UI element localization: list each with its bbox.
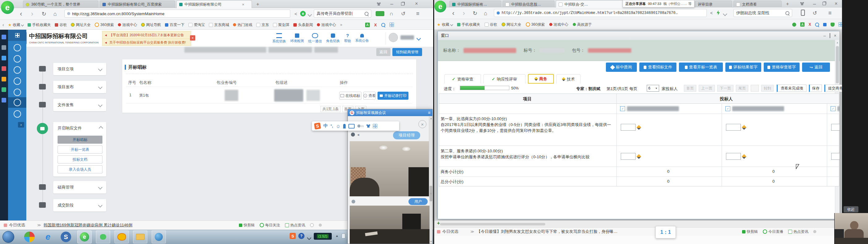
- browser-logo[interactable]: e: [434, 1, 446, 12]
- submenu-open-bid-list[interactable]: 开标一览表: [58, 146, 102, 154]
- bookmark-item[interactable]: 游戏中心: [549, 22, 568, 27]
- add-button[interactable]: +: [436, 220, 441, 226]
- score-input-r2-b1[interactable]: [621, 153, 641, 160]
- save-button[interactable]: 保存: [809, 85, 822, 92]
- site-info-icon[interactable]: [67, 12, 70, 15]
- tray-trash-icon[interactable]: [342, 234, 345, 238]
- print-record-button[interactable]: 开标记录打印: [377, 92, 408, 100]
- qualification-sign-button[interactable]: 资格审查签字: [764, 63, 800, 72]
- modal-titlebar[interactable]: 窗口 – ×: [438, 31, 840, 40]
- dock-icon[interactable]: [2, 56, 6, 60]
- scroll-up-icon[interactable]: ▲: [836, 41, 839, 44]
- emoji-icon[interactable]: ☺: [336, 124, 340, 129]
- sidebar-item-project-init[interactable]: 项目立项: [53, 63, 106, 75]
- tab-doc-view[interactable]: 文档查看: [734, 1, 782, 8]
- score-input-r1-b3[interactable]: [831, 124, 840, 131]
- tab-zhongzhao-info[interactable]: 中招联合信息股…: [502, 1, 555, 8]
- close-button[interactable]: ×: [413, 1, 420, 7]
- bookmark-item[interactable]: 头条新闻: [293, 22, 313, 28]
- back-icon[interactable]: ‹: [17, 9, 25, 18]
- tab-responsiveness-review[interactable]: ✓ 响应性评审: [483, 74, 525, 84]
- taskbar-item-wechat[interactable]: [96, 231, 110, 243]
- bookmark-item[interactable]: 百度一下: [165, 22, 184, 28]
- pager-goto[interactable]: 转到: [761, 85, 774, 92]
- taskbar-item-360browser-active[interactable]: e: [78, 231, 92, 243]
- nav-env-check[interactable]: 环境检测: [290, 33, 304, 43]
- bookmark-item[interactable]: 网址导航: [141, 22, 161, 28]
- taskbar-item-360[interactable]: [24, 232, 35, 242]
- bookmark-item[interactable]: 游戏中心: [118, 22, 137, 28]
- dock-icon[interactable]: [2, 66, 6, 71]
- refresh-icon[interactable]: ↻: [40, 9, 48, 18]
- browser-logo[interactable]: e: [1, 1, 14, 14]
- share-icon[interactable]: <: [709, 9, 714, 17]
- tab-cntc-active[interactable]: 中招国际招标有限公司 ×: [176, 0, 252, 8]
- minimize-button[interactable]: –: [811, 1, 818, 7]
- sidebar-expand-button[interactable]: ›: [18, 122, 24, 128]
- bookmark-item[interactable]: 谷歌: [485, 22, 497, 27]
- new-tab-button[interactable]: +: [784, 1, 791, 7]
- person-icon[interactable]: [351, 132, 355, 136]
- speaker-icon[interactable]: ◄: [356, 133, 360, 136]
- forward-icon[interactable]: ›: [28, 9, 36, 18]
- sidebar-stage-icon[interactable]: [13, 55, 21, 63]
- history-undo-icon[interactable]: ↺: [811, 9, 819, 17]
- search-input[interactable]: 真传奇开局自带切割: [316, 11, 353, 17]
- announcement-close-button[interactable]: ×: [190, 35, 195, 40]
- url-text[interactable]: http://zzgj.365trade.com.cn:8000/SystemM…: [72, 11, 164, 16]
- bookmark-favorites[interactable]: ★收藏: [8, 22, 24, 28]
- submenu-open-bid-call[interactable]: 开标唱标: [58, 135, 102, 144]
- image-checkbox-icon[interactable]: ✓: [620, 106, 625, 111]
- screen-sharing-bar[interactable]: 正在分享屏幕 00:47:33 魏（中招公…… 等6人正在观: [623, 0, 694, 7]
- bookmark-item[interactable]: 谷歌: [55, 22, 67, 28]
- search-box[interactable]: 伊朗副总统 呈阳性: [734, 9, 792, 17]
- share-icon[interactable]: <: [293, 9, 299, 18]
- daily-picks[interactable]: 今日优选: [4, 220, 25, 230]
- ime-language-toggle[interactable]: 中: [323, 123, 328, 129]
- tab-commercial-active[interactable]: 商务: [528, 74, 554, 84]
- score-input-r2-b3[interactable]: [831, 153, 840, 160]
- bookmark-item[interactable]: 360搜索: [526, 22, 545, 27]
- restore-button[interactable]: [401, 2, 404, 6]
- bookmark-item[interactable]: 热门游戏: [233, 22, 252, 28]
- tab-close-icon[interactable]: ×: [242, 2, 245, 7]
- keyboard-icon[interactable]: [348, 124, 354, 128]
- user-button[interactable]: 用户: [408, 198, 428, 205]
- view-button[interactable]: i 查看: [363, 92, 376, 100]
- view-tender-doc-button[interactable]: 查看招标文件: [639, 63, 677, 72]
- pager-goto-input[interactable]: [751, 85, 759, 92]
- toolbox-grid-icon[interactable]: [373, 124, 377, 128]
- result-sign-button[interactable]: 评标结果签字: [725, 63, 761, 72]
- tab-review-directory[interactable]: 评审目录: [695, 1, 732, 8]
- sidebar-stage-icon[interactable]: [13, 89, 21, 96]
- sidebar-stage-icon[interactable]: [13, 44, 21, 52]
- status-ok-icon[interactable]: [792, 23, 796, 27]
- back-icon[interactable]: ‹: [449, 9, 457, 18]
- people-count-icon[interactable]: 21: [358, 124, 364, 128]
- video-menu-icon[interactable]: ≡: [428, 110, 430, 115]
- dock-icon[interactable]: [2, 45, 6, 50]
- site-info-icon[interactable]: [497, 11, 500, 14]
- collapse-panel-button[interactable]: 收起: [843, 206, 859, 212]
- back-button[interactable]: 返回: [376, 48, 391, 56]
- modal-minimize-icon[interactable]: –: [824, 33, 826, 38]
- return-button[interactable]: ↪返回: [802, 63, 830, 72]
- scroll-thumb[interactable]: ≡: [430, 186, 432, 201]
- feedback-icon[interactable]: [377, 2, 381, 6]
- find-icon[interactable]: [381, 23, 385, 27]
- dock-icon[interactable]: [2, 87, 6, 92]
- pager-last[interactable]: 尾页: [736, 85, 748, 92]
- bid-inquiry-button[interactable]: 标中质询: [606, 63, 637, 72]
- score-input-r1-b2[interactable]: [726, 124, 746, 131]
- ime-punct-toggle[interactable]: °,: [331, 124, 333, 128]
- chevron-down-icon[interactable]: [308, 13, 311, 17]
- quick-edit-tool[interactable]: 快剪辑: [742, 229, 758, 235]
- bookmark-item[interactable]: 高效源于: [573, 22, 592, 27]
- view-bid-list-button[interactable]: 查看开标一览表: [679, 63, 723, 72]
- edit-icon[interactable]: [637, 125, 642, 130]
- video-close-button[interactable]: ×: [418, 120, 427, 128]
- bookmark-favorites[interactable]: ★收藏: [437, 22, 453, 27]
- bookmark-item[interactable]: 聚划算: [273, 22, 289, 28]
- per-page-select[interactable]: 6 ▼: [647, 85, 659, 92]
- scissors-icon[interactable]: X: [374, 23, 377, 27]
